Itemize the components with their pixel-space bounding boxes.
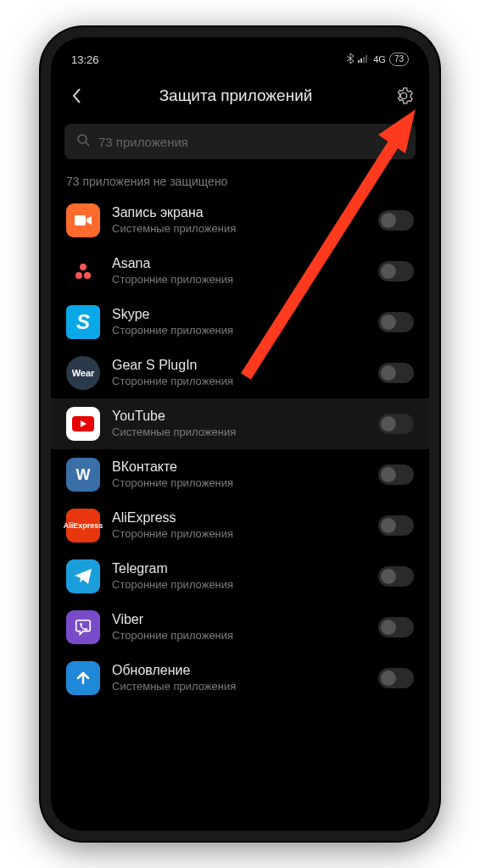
signal-icon xyxy=(358,54,370,64)
status-time: 13:26 xyxy=(71,53,99,66)
app-text: TelegramСторонние приложения xyxy=(112,560,366,593)
battery-indicator: 73 xyxy=(389,53,409,66)
search-icon xyxy=(76,133,90,150)
gear-icon xyxy=(394,86,413,105)
app-name: ВКонтакте xyxy=(112,459,366,476)
app-toggle[interactable] xyxy=(378,261,414,281)
app-subtitle: Сторонние приложения xyxy=(112,629,366,643)
app-name: Gear S PlugIn xyxy=(112,357,366,375)
page-title: Защита приложений xyxy=(80,86,392,105)
bluetooth-icon xyxy=(346,53,354,65)
search-bar[interactable]: 73 приложения xyxy=(64,124,416,159)
telegram-icon xyxy=(66,559,100,593)
app-row[interactable]: Запись экранаСистемные приложения xyxy=(51,195,429,246)
header: Защита приложений xyxy=(51,73,429,119)
svg-rect-0 xyxy=(358,60,360,63)
app-row[interactable]: SSkypeСторонние приложения xyxy=(51,297,429,348)
app-text: ОбновлениеСистемные приложения xyxy=(112,662,366,694)
phone-frame: 13:26 4G 73 Защита приложений xyxy=(41,27,439,841)
section-label: 73 приложения не защищено xyxy=(51,168,429,195)
svg-rect-6 xyxy=(75,215,86,225)
svg-point-4 xyxy=(78,135,87,143)
app-subtitle: Сторонние приложения xyxy=(112,527,366,542)
app-list: Запись экранаСистемные приложенияAsanaСт… xyxy=(51,195,429,704)
app-toggle[interactable] xyxy=(378,515,414,536)
app-toggle[interactable] xyxy=(378,668,414,688)
skype-icon: S xyxy=(66,305,100,339)
network-label: 4G xyxy=(373,54,386,64)
app-text: Gear S PlugInСторонние приложения xyxy=(112,357,366,389)
app-name: YouTube xyxy=(112,408,366,426)
app-toggle[interactable] xyxy=(378,363,414,383)
app-subtitle: Системные приложения xyxy=(112,426,366,440)
status-right: 4G 73 xyxy=(346,53,409,66)
svg-rect-3 xyxy=(366,55,367,63)
app-text: ViberСторонние приложения xyxy=(112,611,366,643)
app-name: Skype xyxy=(112,306,366,324)
app-toggle[interactable] xyxy=(378,617,414,637)
svg-line-5 xyxy=(86,142,89,146)
app-name: Обновление xyxy=(112,662,366,680)
app-subtitle: Сторонние приложения xyxy=(112,375,366,389)
app-subtitle: Системные приложения xyxy=(112,680,366,694)
svg-rect-1 xyxy=(360,58,362,63)
app-subtitle: Системные приложения xyxy=(112,222,366,236)
app-toggle[interactable] xyxy=(378,210,414,231)
settings-button[interactable] xyxy=(392,86,416,105)
ali-icon: AliExpress xyxy=(66,509,100,542)
status-bar: 13:26 4G 73 xyxy=(51,46,429,73)
app-row[interactable]: ViberСторонние приложения xyxy=(51,602,429,653)
app-text: Запись экранаСистемные приложения xyxy=(112,204,366,236)
app-name: Telegram xyxy=(112,560,366,578)
app-subtitle: Сторонние приложения xyxy=(112,273,366,287)
screen: 13:26 4G 73 Защита приложений xyxy=(51,37,429,831)
app-subtitle: Сторонние приложения xyxy=(112,578,366,593)
app-subtitle: Сторонние приложения xyxy=(112,324,366,338)
app-name: Viber xyxy=(112,611,366,629)
app-toggle[interactable] xyxy=(378,312,414,332)
app-row[interactable]: WearGear S PlugInСторонние приложения xyxy=(51,348,429,398)
youtube-icon xyxy=(66,407,100,441)
app-row[interactable]: ОбновлениеСистемные приложения xyxy=(51,653,429,704)
update-icon xyxy=(66,661,100,695)
app-text: AliExpressСторонние приложения xyxy=(112,509,366,542)
app-subtitle: Сторонние приложения xyxy=(112,476,366,491)
app-name: Asana xyxy=(112,255,366,273)
app-toggle[interactable] xyxy=(378,566,414,587)
app-row[interactable]: AliExpressAliExpressСторонние приложения xyxy=(51,500,429,551)
app-text: AsanaСторонние приложения xyxy=(112,255,366,287)
app-toggle[interactable] xyxy=(378,465,414,485)
app-text: ВКонтактеСторонние приложения xyxy=(112,459,366,491)
vk-icon: W xyxy=(66,458,100,492)
wear-icon: Wear xyxy=(66,356,100,390)
search-placeholder: 73 приложения xyxy=(98,135,188,149)
app-text: YouTubeСистемные приложения xyxy=(112,408,366,440)
app-row[interactable]: AsanaСторонние приложения xyxy=(51,246,429,297)
viber-icon xyxy=(66,610,100,644)
asana-icon xyxy=(66,254,100,288)
app-name: Запись экрана xyxy=(112,204,366,222)
app-row[interactable]: TelegramСторонние приложения xyxy=(51,551,429,602)
app-toggle[interactable] xyxy=(378,414,414,434)
camera-icon xyxy=(66,203,100,237)
app-text: SkypeСторонние приложения xyxy=(112,306,366,338)
svg-rect-2 xyxy=(363,57,365,63)
app-row[interactable]: WВКонтактеСторонние приложения xyxy=(51,449,429,500)
app-name: AliExpress xyxy=(112,509,366,527)
app-row[interactable]: YouTubeСистемные приложения xyxy=(51,398,429,449)
